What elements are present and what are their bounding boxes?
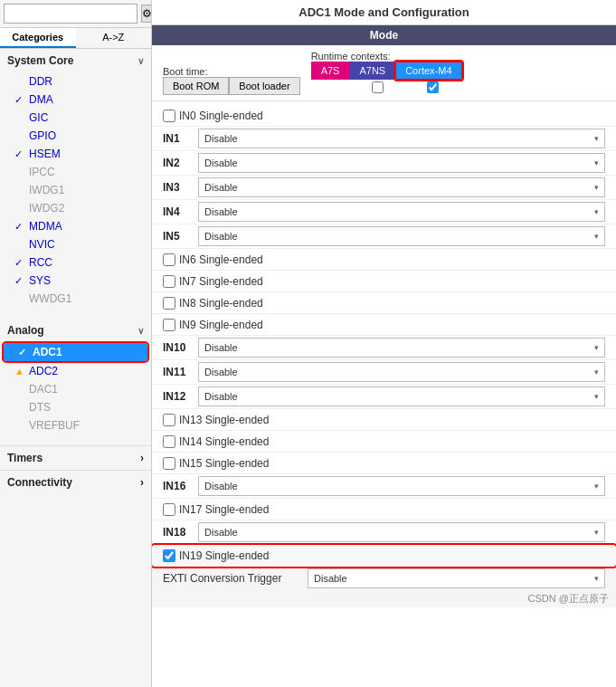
runtime-contexts-label: Runtime contexts: [311, 51, 391, 62]
in16-select[interactable]: Disable ▾ [198, 476, 605, 496]
in8-label: IN8 Single-ended [179, 297, 605, 310]
dropdown-arrow-icon: ▾ [594, 158, 599, 167]
main-panel: ADC1 Mode and Configuration Mode Boot ti… [152, 0, 616, 687]
sidebar-item-dac1[interactable]: DAC1 [0, 380, 151, 398]
in17-label: IN17 Single-ended [179, 503, 605, 516]
cortexm4-button[interactable]: Cortex-M4 [395, 62, 461, 80]
section-connectivity[interactable]: Connectivity › [0, 470, 151, 494]
in3-row: IN3 Disable ▾ [152, 176, 616, 200]
in17-checkbox[interactable] [163, 503, 175, 516]
sidebar-item-iwdg1[interactable]: IWDG1 [0, 181, 151, 199]
section-system-core[interactable]: System Core ∨ [0, 49, 151, 72]
in10-select[interactable]: Disable ▾ [198, 338, 605, 358]
search-input[interactable] [4, 4, 137, 24]
in12-dropdown-label: IN12 [163, 390, 194, 403]
tab-atoz[interactable]: A->Z [76, 28, 152, 48]
sidebar-item-ipcc[interactable]: IPCC [0, 163, 151, 181]
watermark: CSDN @正点原子 [152, 590, 616, 607]
in15-row: IN15 Single-ended [152, 453, 616, 474]
sidebar-item-nvic[interactable]: NVIC [0, 235, 151, 253]
in12-row: IN12 Disable ▾ [152, 385, 616, 409]
sidebar-item-mdma[interactable]: ✓ MDMA [0, 217, 151, 235]
sidebar-item-adc1[interactable]: ✓ ADC1 [4, 343, 147, 361]
in11-select[interactable]: Disable ▾ [198, 362, 605, 382]
tab-categories[interactable]: Categories [0, 28, 76, 48]
in1-select[interactable]: Disable ▾ [198, 129, 605, 148]
a7ns-checkbox[interactable] [372, 81, 384, 93]
in18-dropdown-label: IN18 [163, 526, 194, 539]
in15-checkbox[interactable] [163, 457, 175, 470]
in5-row: IN5 Disable ▾ [152, 224, 616, 249]
check-icon: ✓ [18, 347, 29, 358]
section-connectivity-label: Connectivity [7, 476, 72, 489]
in18-row: IN18 Disable ▾ [152, 520, 616, 545]
in5-select[interactable]: Disable ▾ [198, 226, 605, 246]
boot-rom-button[interactable]: Boot ROM [163, 77, 229, 95]
in14-checkbox[interactable] [163, 435, 175, 448]
sidebar-item-gic[interactable]: GIC [0, 109, 151, 127]
in16-dropdown-label: IN16 [163, 480, 194, 492]
runtime-buttons: A7S A7NS Cortex-M4 [311, 62, 462, 80]
in2-row: IN2 Disable ▾ [152, 151, 616, 176]
dropdown-arrow-icon: ▾ [594, 134, 599, 143]
in13-label: IN13 Single-ended [179, 414, 605, 426]
in17-row: IN17 Single-ended [152, 499, 616, 520]
in0-row: IN0 Single-ended [152, 105, 616, 127]
a7ns-cb-cell [355, 80, 402, 95]
in13-checkbox[interactable] [163, 414, 175, 426]
boot-loader-button[interactable]: Boot loader [229, 77, 299, 95]
dropdown-arrow-icon: ▾ [594, 343, 599, 352]
chevron-right-icon: › [140, 452, 144, 464]
in0-checkbox[interactable] [163, 110, 175, 122]
in7-row: IN7 Single-ended [152, 271, 616, 292]
exti-select[interactable]: Disable ▾ [308, 568, 605, 588]
in18-select[interactable]: Disable ▾ [198, 522, 605, 542]
sidebar-tabs: Categories A->Z [0, 28, 151, 49]
sidebar-item-wwdg1[interactable]: WWDG1 [0, 290, 151, 308]
in6-label: IN6 Single-ended [179, 253, 605, 266]
a7s-button[interactable]: A7S [311, 62, 350, 80]
in9-checkbox[interactable] [163, 319, 175, 331]
exti-row: EXTI Conversion Trigger Disable ▾ [152, 567, 616, 590]
in4-select[interactable]: Disable ▾ [198, 202, 605, 222]
in4-dropdown-label: IN4 [163, 205, 194, 218]
a7s-cb-cell [311, 80, 355, 95]
in9-label: IN9 Single-ended [179, 319, 605, 331]
check-icon: ✓ [14, 94, 25, 106]
in13-row: IN13 Single-ended [152, 409, 616, 431]
in2-select[interactable]: Disable ▾ [198, 153, 605, 173]
sidebar-item-hsem[interactable]: ✓ HSEM [0, 145, 151, 163]
sidebar-item-sys[interactable]: ✓ SYS [0, 272, 151, 290]
in2-dropdown-label: IN2 [163, 157, 194, 169]
settings-button[interactable]: ⚙ [141, 5, 152, 23]
check-icon: ✓ [14, 257, 25, 269]
in7-checkbox[interactable] [163, 275, 175, 288]
config-list: IN0 Single-ended IN1 Disable ▾ IN2 Disab… [152, 101, 616, 687]
in3-select[interactable]: Disable ▾ [198, 177, 605, 197]
in4-row: IN4 Disable ▾ [152, 200, 616, 224]
sidebar-search-row: ⚙ [0, 0, 151, 28]
in19-checkbox[interactable] [163, 549, 175, 562]
sidebar-item-dma[interactable]: ✓ DMA [0, 91, 151, 109]
in11-dropdown-label: IN11 [163, 366, 194, 378]
in7-label: IN7 Single-ended [179, 275, 605, 288]
dropdown-arrow-icon: ▾ [594, 392, 599, 401]
sidebar-item-ddr[interactable]: DDR [0, 72, 151, 91]
sidebar-item-iwdg2[interactable]: IWDG2 [0, 199, 151, 217]
section-timers[interactable]: Timers › [0, 445, 151, 470]
in6-checkbox[interactable] [163, 253, 175, 266]
in12-select[interactable]: Disable ▾ [198, 386, 605, 406]
sidebar-item-adc2[interactable]: ▲ ADC2 [0, 362, 151, 380]
in9-row: IN9 Single-ended [152, 314, 616, 336]
runtime-checkboxes [311, 80, 465, 95]
a7ns-button[interactable]: A7NS [349, 62, 395, 80]
section-analog[interactable]: Analog ∨ [0, 319, 151, 342]
sidebar-item-vrefbuf[interactable]: VREFBUF [0, 416, 151, 434]
sidebar-item-dts[interactable]: DTS [0, 398, 151, 416]
sidebar-item-rcc[interactable]: ✓ RCC [0, 253, 151, 272]
cortexm4-checkbox[interactable] [427, 81, 439, 93]
in8-checkbox[interactable] [163, 297, 175, 310]
in0-label: IN0 Single-ended [179, 110, 605, 122]
sidebar-item-gpio[interactable]: GPIO [0, 127, 151, 145]
sidebar-content: System Core ∨ DDR ✓ DMA GIC GPIO ✓ HSEM … [0, 49, 151, 687]
